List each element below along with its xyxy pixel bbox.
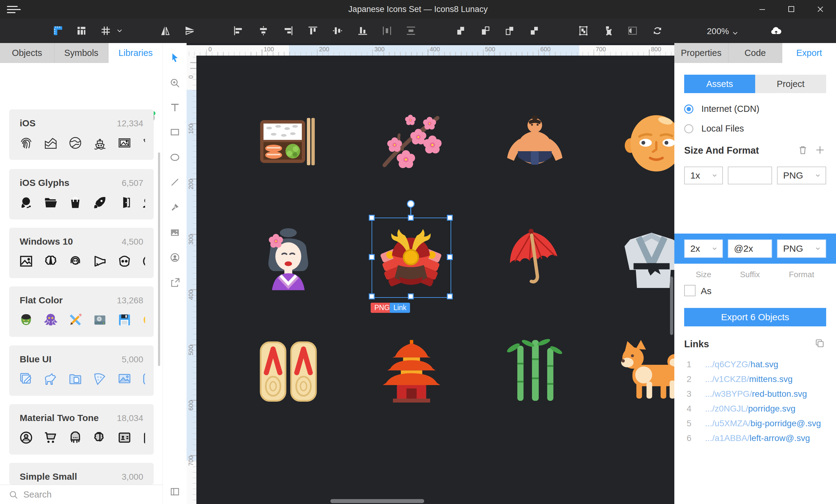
arrange-send-backward-icon[interactable] bbox=[479, 24, 492, 37]
blue-copy-icon[interactable] bbox=[18, 371, 34, 387]
flat-hulk-icon[interactable] bbox=[18, 312, 34, 328]
glyph-bag-icon[interactable] bbox=[68, 195, 83, 210]
avatar-tool-icon[interactable] bbox=[169, 251, 181, 264]
size-select-2x[interactable]: 2x bbox=[684, 239, 723, 258]
maximize-icon[interactable] bbox=[781, 0, 802, 18]
blue-camera-icon[interactable] bbox=[141, 371, 145, 387]
selection-handle-se[interactable] bbox=[447, 293, 453, 299]
mat-clipboard-icon[interactable] bbox=[141, 430, 145, 445]
canvas-icon-bento-box[interactable] bbox=[254, 110, 322, 178]
blue-pizza-icon[interactable] bbox=[92, 371, 108, 387]
selection-handle-nw[interactable] bbox=[369, 215, 375, 221]
mat-robot-icon[interactable] bbox=[68, 430, 83, 445]
copy-links-icon[interactable] bbox=[815, 338, 825, 349]
tab-export[interactable]: Export bbox=[782, 43, 836, 63]
flip-horizontal-icon[interactable] bbox=[159, 24, 171, 37]
flat-emoji-icon[interactable] bbox=[141, 312, 145, 328]
rectangle-tool-icon[interactable] bbox=[169, 126, 181, 138]
radio-local-files[interactable]: Local Files bbox=[684, 123, 744, 134]
rulers-icon[interactable] bbox=[52, 24, 64, 37]
mat-account-icon[interactable] bbox=[18, 430, 34, 445]
grid-chevron-down-icon[interactable] bbox=[115, 24, 124, 37]
pen-tool-icon[interactable] bbox=[169, 201, 181, 214]
format-select-1x[interactable]: PNG bbox=[777, 167, 826, 185]
canvas-icon-shiba-inu[interactable] bbox=[618, 338, 674, 405]
layout-grid-icon[interactable] bbox=[75, 24, 88, 37]
ios-globe-icon[interactable] bbox=[68, 135, 83, 151]
align-middle-v-icon[interactable] bbox=[331, 24, 344, 37]
size-row-highlighted[interactable]: 2x @2x PNG bbox=[674, 234, 836, 264]
win-supportgirl-icon[interactable] bbox=[68, 254, 83, 269]
export-button[interactable]: Export 6 Objects bbox=[684, 308, 826, 326]
canvas-icon-pagoda[interactable] bbox=[378, 338, 445, 405]
toggle-assets[interactable]: Assets bbox=[684, 75, 755, 93]
flat-octopus-icon[interactable] bbox=[43, 312, 58, 328]
glyph-support-icon[interactable] bbox=[18, 195, 34, 210]
mat-cart-icon[interactable] bbox=[43, 430, 58, 445]
align-center-h-icon[interactable] bbox=[257, 24, 269, 37]
mask-icon[interactable] bbox=[602, 24, 614, 37]
cloud-upload-icon[interactable] bbox=[770, 24, 782, 37]
canvas-scrollbar-horizontal[interactable] bbox=[330, 499, 424, 503]
link[interactable]: .../u5XMZA/big-porridge@.svg bbox=[705, 419, 821, 428]
grid-icon[interactable] bbox=[100, 24, 112, 37]
library-card-simple-small[interactable]: Simple Small 3,000 bbox=[9, 463, 154, 485]
frame-icon[interactable] bbox=[577, 24, 589, 37]
add-size-icon[interactable] bbox=[815, 144, 825, 155]
canvas-icon-karate-gi[interactable] bbox=[618, 224, 674, 291]
library-card-windows10[interactable]: Windows 10 4,500 bbox=[9, 228, 154, 278]
tab-properties[interactable]: Properties bbox=[674, 43, 728, 63]
distribute-h-icon[interactable] bbox=[381, 24, 393, 37]
sidebar-scrollbar[interactable] bbox=[158, 152, 160, 366]
link[interactable]: .../v1CKZB/mittens.svg bbox=[705, 374, 793, 384]
tab-libraries[interactable]: Libraries bbox=[109, 43, 163, 63]
mat-brain-icon[interactable] bbox=[92, 430, 108, 445]
glyph-people-icon[interactable] bbox=[141, 195, 145, 210]
library-card-ios[interactable]: iOS 12,334 bbox=[9, 110, 154, 160]
selection-handle-s[interactable] bbox=[408, 293, 414, 299]
toggle-project[interactable]: Project bbox=[755, 75, 826, 93]
selection-handle-w[interactable] bbox=[369, 254, 375, 260]
selection-rect[interactable] bbox=[372, 218, 451, 298]
win-brain-icon[interactable] bbox=[43, 254, 58, 269]
radio-unselected-icon[interactable] bbox=[684, 124, 694, 133]
canvas-icon-monk-head[interactable] bbox=[620, 111, 674, 178]
selection-handle-e[interactable] bbox=[447, 254, 453, 260]
halfmoon-icon[interactable] bbox=[626, 24, 639, 37]
selection-rotate-handle[interactable] bbox=[407, 200, 415, 208]
image-tool-icon[interactable] bbox=[169, 227, 181, 239]
as-checkbox[interactable] bbox=[684, 285, 696, 296]
selection-handle-ne[interactable] bbox=[447, 215, 453, 221]
ios-photo-icon[interactable] bbox=[117, 135, 132, 151]
text-tool-icon[interactable] bbox=[169, 101, 181, 114]
minimize-icon[interactable] bbox=[752, 0, 773, 18]
canvas-icon-sumo-wrestler[interactable] bbox=[501, 111, 569, 178]
flat-design-icon[interactable] bbox=[68, 312, 83, 328]
sync-icon[interactable] bbox=[651, 24, 664, 37]
ios-ship-icon[interactable] bbox=[92, 135, 108, 151]
zoom-tool-icon[interactable] bbox=[169, 77, 181, 89]
link[interactable]: .../q6CYZG/hat.svg bbox=[705, 360, 778, 369]
win-nochat-icon[interactable] bbox=[141, 254, 145, 269]
suffix-input-1x[interactable] bbox=[728, 167, 772, 185]
zoom-chevron-down-icon[interactable] bbox=[729, 27, 741, 39]
link[interactable]: .../z0NGJL/porridge.svg bbox=[705, 404, 795, 414]
library-card-ios-glyphs[interactable]: iOS Glyphs 6,507 bbox=[9, 169, 154, 219]
win-megaphone-icon[interactable] bbox=[92, 254, 108, 269]
flip-vertical-icon[interactable] bbox=[184, 24, 196, 37]
tab-symbols[interactable]: Symbols bbox=[54, 43, 109, 63]
format-select-2x[interactable]: PNG bbox=[777, 239, 826, 258]
badge-link[interactable]: Link bbox=[390, 303, 410, 313]
close-icon[interactable] bbox=[810, 0, 831, 18]
canvas-scrollbar-vertical[interactable] bbox=[670, 276, 673, 335]
suffix-input-2x[interactable]: @2x bbox=[728, 239, 772, 258]
arrange-bring-front-icon[interactable] bbox=[504, 24, 516, 37]
align-top-icon[interactable] bbox=[307, 24, 319, 37]
ios-chart-icon[interactable] bbox=[43, 135, 58, 151]
glyph-folder-icon[interactable] bbox=[43, 195, 58, 210]
ios-fingerprint-icon[interactable] bbox=[18, 135, 34, 151]
align-bottom-icon[interactable] bbox=[357, 24, 369, 37]
tab-objects[interactable]: Objects bbox=[0, 43, 54, 63]
select-tool-icon[interactable] bbox=[169, 52, 181, 64]
search-input[interactable] bbox=[23, 489, 141, 500]
